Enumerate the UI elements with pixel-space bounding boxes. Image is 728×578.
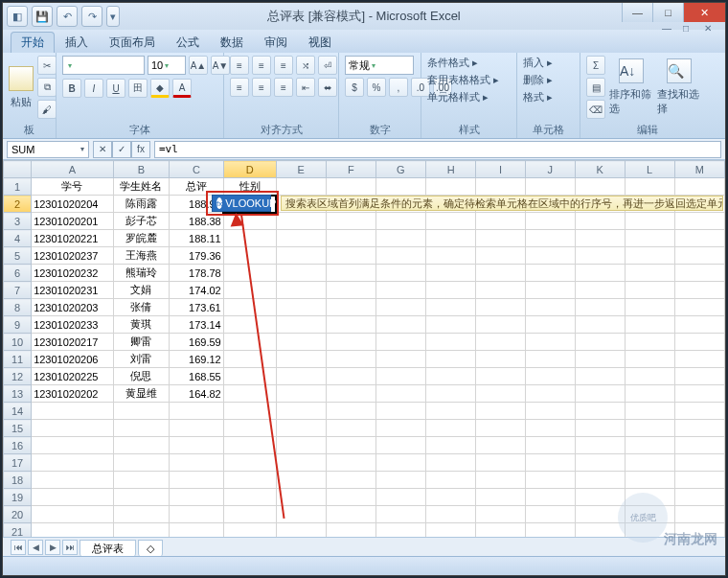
cell-E9[interactable] xyxy=(276,316,326,334)
table-format-button[interactable]: 套用表格格式 ▸ xyxy=(427,73,499,87)
cell-empty[interactable] xyxy=(375,420,425,437)
cell-A9[interactable]: 12301020233 xyxy=(32,316,114,334)
fill-color-icon[interactable]: ◆ xyxy=(150,79,170,98)
cell-empty[interactable] xyxy=(113,420,169,437)
cell-F6[interactable] xyxy=(326,265,375,282)
cell-empty[interactable] xyxy=(375,506,425,523)
cell-empty[interactable] xyxy=(32,472,114,489)
cell-A2[interactable]: 12301020204 xyxy=(32,196,114,213)
cell-empty[interactable] xyxy=(674,454,724,472)
cell-E11[interactable] xyxy=(276,351,326,368)
fx-icon[interactable]: fx xyxy=(131,141,150,158)
cell-empty[interactable] xyxy=(674,437,724,454)
cell-M3[interactable] xyxy=(674,213,724,230)
comma-icon[interactable]: , xyxy=(389,78,408,97)
cell-B8[interactable]: 张倩 xyxy=(113,299,169,316)
cell-empty[interactable] xyxy=(276,403,326,420)
cell-empty[interactable] xyxy=(326,489,375,506)
cell-empty[interactable] xyxy=(223,437,276,454)
cell-A13[interactable]: 12301020202 xyxy=(32,385,114,403)
cell-empty[interactable] xyxy=(575,489,625,506)
cell-B12[interactable]: 倪思 xyxy=(113,368,169,385)
cell-B5[interactable]: 王海燕 xyxy=(113,247,169,265)
cell-empty[interactable] xyxy=(113,403,169,420)
wb-close-icon[interactable]: ✕ xyxy=(704,23,723,36)
row-header-12[interactable]: 12 xyxy=(4,368,32,385)
paste-button[interactable]: 粘贴 xyxy=(9,56,34,119)
cell-M1[interactable] xyxy=(674,178,724,196)
cell-empty[interactable] xyxy=(674,403,724,420)
row-header-7[interactable]: 7 xyxy=(4,282,32,299)
cell-C4[interactable]: 188.11 xyxy=(170,230,224,247)
cell-H9[interactable] xyxy=(426,316,476,334)
cell-C10[interactable]: 169.59 xyxy=(170,334,224,351)
cell-B6[interactable]: 熊瑞玲 xyxy=(113,265,169,282)
cell-empty[interactable] xyxy=(276,437,326,454)
name-box[interactable]: SUM▾ xyxy=(7,141,89,158)
autosum-icon[interactable]: Σ xyxy=(586,56,605,75)
cell-H13[interactable] xyxy=(426,385,476,403)
cell-B9[interactable]: 黄琪 xyxy=(113,316,169,334)
cell-C11[interactable]: 169.12 xyxy=(170,351,224,368)
tab-insert[interactable]: 插入 xyxy=(55,32,99,53)
cell-K3[interactable] xyxy=(575,213,625,230)
cell-F9[interactable] xyxy=(326,316,375,334)
cell-B4[interactable]: 罗皖麓 xyxy=(113,230,169,247)
row-header-9[interactable]: 9 xyxy=(4,316,32,334)
cell-C8[interactable]: 173.61 xyxy=(170,299,224,316)
cell-empty[interactable] xyxy=(223,489,276,506)
wb-minimize-icon[interactable]: — xyxy=(662,23,681,36)
cell-empty[interactable] xyxy=(170,437,224,454)
cell-empty[interactable] xyxy=(674,420,724,437)
cell-F12[interactable] xyxy=(326,368,375,385)
cell-empty[interactable] xyxy=(113,506,169,523)
cell-E1[interactable] xyxy=(276,178,326,196)
font-size-combo[interactable]: 10▾ xyxy=(148,56,186,75)
row-header-10[interactable]: 10 xyxy=(4,334,32,351)
cond-format-button[interactable]: 条件格式 ▸ xyxy=(427,56,478,70)
cell-H10[interactable] xyxy=(426,334,476,351)
col-header-D[interactable]: D xyxy=(223,161,276,178)
row-header-5[interactable]: 5 xyxy=(4,247,32,265)
cell-empty[interactable] xyxy=(476,472,526,489)
cell-K10[interactable] xyxy=(575,334,625,351)
bold-icon[interactable]: B xyxy=(62,79,81,98)
cell-K11[interactable] xyxy=(575,351,625,368)
align-bot-icon[interactable]: ≡ xyxy=(274,56,293,75)
cell-C12[interactable]: 168.55 xyxy=(170,368,224,385)
cell-G12[interactable] xyxy=(375,368,425,385)
cell-empty[interactable] xyxy=(426,437,476,454)
cell-empty[interactable] xyxy=(575,454,625,472)
cell-empty[interactable] xyxy=(276,420,326,437)
cell-I11[interactable] xyxy=(476,351,526,368)
cell-K6[interactable] xyxy=(575,265,625,282)
cell-empty[interactable] xyxy=(32,437,114,454)
col-header-J[interactable]: J xyxy=(525,161,575,178)
cell-empty[interactable] xyxy=(674,472,724,489)
orientation-icon[interactable]: ⤭ xyxy=(296,56,315,75)
cell-G9[interactable] xyxy=(375,316,425,334)
wb-restore-icon[interactable]: □ xyxy=(683,23,702,36)
col-header-F[interactable]: F xyxy=(326,161,375,178)
cell-empty[interactable] xyxy=(276,472,326,489)
cell-M5[interactable] xyxy=(674,247,724,265)
percent-icon[interactable]: % xyxy=(367,78,386,97)
cell-L3[interactable] xyxy=(625,213,674,230)
tab-formula[interactable]: 公式 xyxy=(166,32,210,53)
cell-empty[interactable] xyxy=(674,506,724,523)
cell-M9[interactable] xyxy=(674,316,724,334)
cell-C6[interactable]: 178.78 xyxy=(170,265,224,282)
row-header-4[interactable]: 4 xyxy=(4,230,32,247)
cell-K7[interactable] xyxy=(575,282,625,299)
row-header-3[interactable]: 3 xyxy=(4,213,32,230)
row-header-16[interactable]: 16 xyxy=(4,437,32,454)
cell-I4[interactable] xyxy=(476,230,526,247)
cell-empty[interactable] xyxy=(476,489,526,506)
cell-empty[interactable] xyxy=(223,420,276,437)
col-header-C[interactable]: C xyxy=(170,161,224,178)
col-header-E[interactable]: E xyxy=(276,161,326,178)
cell-J5[interactable] xyxy=(525,247,575,265)
cell-empty[interactable] xyxy=(113,437,169,454)
cell-empty[interactable] xyxy=(375,454,425,472)
cell-D11[interactable] xyxy=(223,351,276,368)
